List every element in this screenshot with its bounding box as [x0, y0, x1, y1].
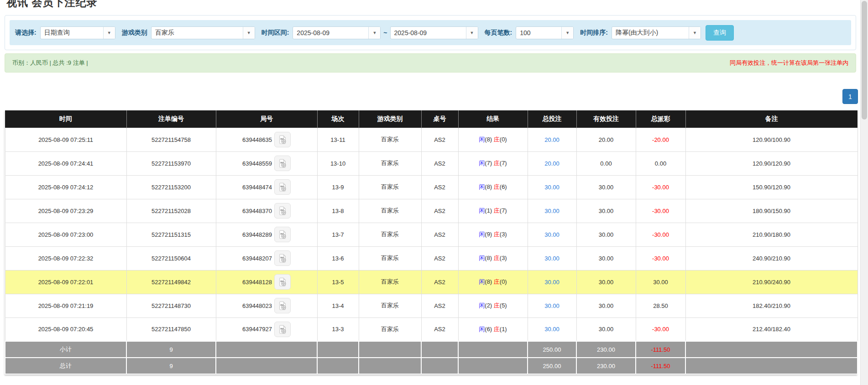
player-count: (8) [485, 136, 492, 143]
player-label: 闲 [479, 255, 485, 261]
banker-label: 庄 [494, 302, 500, 309]
totals-empty-cell [421, 341, 458, 358]
total-bet-link[interactable]: 30.00 [544, 208, 559, 214]
game-type-label: 游戏类别 [122, 29, 147, 37]
totals-label-cell: 小计 [5, 341, 126, 358]
summary-bar: 币别：人民币 | 总共 :9 注单 | 同局有效投注，统一计算在该局第一张注单内 [5, 53, 856, 73]
valid-bet-cell: 30.00 [576, 317, 636, 341]
total-bet-link[interactable]: 30.00 [544, 231, 559, 238]
result-cell: 闲(8) 庄(0) [458, 270, 528, 294]
search-button[interactable]: 查询 [706, 25, 734, 41]
session-cell: 13-8 [317, 199, 359, 223]
note-cell: 210.90/240.90 [685, 270, 858, 294]
video-record-button[interactable] [274, 322, 291, 337]
total-bet-cell: 20.00 [528, 128, 576, 151]
totals-count-cell: 9 [126, 358, 216, 374]
query-type-label: 请选择: [15, 29, 37, 37]
banker-count: (0) [500, 278, 507, 285]
chevron-down-icon[interactable]: ▼ [103, 27, 115, 39]
banker-label: 庄 [494, 326, 500, 333]
result-cell: 闲(6) 庄(1) [458, 317, 528, 341]
video-record-button[interactable] [274, 274, 291, 290]
table-number-cell: AS2 [421, 128, 458, 151]
table-row: 2025-08-09 07:25:11522721154758639448635… [5, 128, 858, 151]
banker-label: 庄 [494, 255, 500, 261]
table-number-cell: AS2 [421, 199, 458, 223]
player-count: (8) [485, 255, 492, 261]
session-cell: 13-9 [317, 175, 359, 199]
chevron-down-icon[interactable]: ▼ [689, 27, 701, 39]
table-number-cell: AS2 [421, 175, 458, 199]
query-type-select[interactable]: 日期查询 ▼ [40, 26, 115, 39]
total-bet-cell: 30.00 [528, 270, 576, 294]
time-sort-select[interactable]: 降幂(由大到小) ▼ [612, 26, 701, 39]
video-record-button[interactable] [274, 227, 291, 242]
per-page-select[interactable]: 100 ▼ [516, 26, 574, 39]
player-count: (9) [485, 231, 492, 238]
video-record-button[interactable] [274, 298, 291, 313]
result-cell: 闲(7) 庄(7) [458, 151, 528, 175]
totals-valid-bet-cell: 230.00 [576, 341, 636, 358]
totals-valid-bet-cell: 230.00 [576, 358, 636, 374]
result-cell: 闲(8) 庄(3) [458, 246, 528, 270]
banker-count: (5) [500, 302, 507, 309]
chevron-down-icon[interactable]: ▼ [466, 27, 478, 39]
note-cell: 212.40/182.40 [685, 317, 858, 341]
video-record-icon [277, 206, 288, 216]
game-type-cell: 百家乐 [359, 317, 421, 341]
chevron-down-icon[interactable]: ▼ [561, 27, 573, 39]
banker-count: (1) [500, 326, 507, 333]
game-type-select[interactable]: 百家乐 ▼ [151, 26, 255, 39]
player-count: (8) [485, 278, 492, 285]
totals-empty-cell [216, 358, 317, 374]
total-bet-link[interactable]: 30.00 [544, 255, 559, 262]
video-record-button[interactable] [274, 203, 291, 219]
chevron-down-icon[interactable]: ▼ [368, 27, 380, 39]
pagination-page-1[interactable]: 1 [842, 89, 858, 104]
total-bet-link[interactable]: 20.00 [544, 136, 559, 143]
column-header: 总派彩 [636, 110, 685, 128]
result-cell: 闲(2) 庄(5) [458, 294, 528, 317]
date-to-select[interactable]: 2025-08-09 ▼ [390, 26, 478, 39]
total-bet-link[interactable]: 30.00 [544, 184, 559, 191]
round-cell: 639448559 [216, 151, 317, 175]
video-record-button[interactable] [274, 156, 291, 171]
vertical-scrollbar[interactable] [860, 0, 868, 385]
payout-cell: -30.00 [636, 246, 685, 270]
chevron-down-icon[interactable]: ▼ [243, 27, 255, 39]
bet-id-cell: 522721153970 [126, 151, 216, 175]
round-cell: 639448635 [216, 128, 317, 151]
total-bet-cell: 30.00 [528, 175, 576, 199]
valid-bet-cell: 0.00 [576, 151, 636, 175]
total-bet-link[interactable]: 30.00 [544, 326, 559, 333]
video-record-button[interactable] [274, 179, 291, 195]
total-bet-link[interactable]: 30.00 [544, 302, 559, 309]
date-from-select[interactable]: 2025-08-09 ▼ [293, 26, 381, 39]
total-bet-link[interactable]: 20.00 [544, 160, 559, 167]
table-number-cell: AS2 [421, 270, 458, 294]
video-record-icon [277, 324, 288, 334]
video-record-button[interactable] [274, 132, 291, 147]
table-row: 2025-08-09 07:20:45522721147850639447927… [5, 317, 858, 341]
valid-bet-cell: 30.00 [576, 246, 636, 270]
totals-empty-cell [458, 341, 528, 358]
game-type-cell: 百家乐 [359, 270, 421, 294]
video-record-icon [277, 229, 288, 239]
payout-cell: -30.00 [636, 223, 685, 246]
column-header: 总投注 [528, 110, 576, 128]
video-record-button[interactable] [274, 250, 291, 266]
currency-total-text: 币别：人民币 | 总共 :9 注单 | [12, 59, 88, 67]
player-label: 闲 [479, 207, 485, 214]
table-row: 2025-08-09 07:22:32522721150604639448207… [5, 246, 858, 270]
total-bet-link[interactable]: 30.00 [544, 279, 559, 286]
video-record-icon [277, 253, 288, 263]
video-record-icon [277, 158, 288, 168]
note-cell: 150.90/120.90 [685, 175, 858, 199]
scrollbar-thumb[interactable] [862, 1, 867, 120]
game-type-cell: 百家乐 [359, 246, 421, 270]
valid-bet-cell: 30.00 [576, 270, 636, 294]
total-bet-cell: 30.00 [528, 317, 576, 341]
player-label: 闲 [479, 183, 485, 190]
time-cell: 2025-08-09 07:22:32 [5, 246, 126, 270]
total-bet-cell: 30.00 [528, 246, 576, 270]
